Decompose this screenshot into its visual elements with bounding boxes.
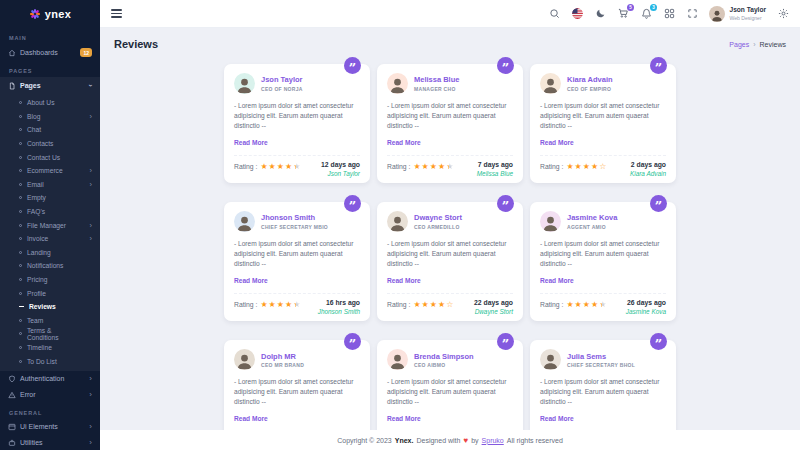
language-flag-icon[interactable] [571, 8, 583, 20]
reviewer-avatar [387, 211, 408, 232]
star-icon: ★ [413, 301, 420, 309]
notifications-bell-icon[interactable]: 3 [640, 8, 652, 20]
menu-toggle-icon[interactable] [111, 9, 122, 18]
read-more-link[interactable]: Read More [234, 415, 268, 422]
quote-icon: ” [344, 333, 361, 350]
rating-label: Rating : [540, 301, 563, 308]
sidebar-item-utilities[interactable]: Utilities › [0, 435, 100, 450]
file-icon [8, 82, 16, 90]
reviewer-role: CEO ARMEDILLO [414, 224, 462, 230]
review-time: 12 days ago [321, 161, 360, 168]
spruko-link[interactable]: Spruko [482, 437, 504, 444]
read-more-link[interactable]: Read More [540, 415, 574, 422]
star-icon: ★ [583, 301, 590, 309]
user-profile-menu[interactable]: Json Taylor Web Designer [709, 6, 766, 22]
page-footer: Copyright © 2023 Ynex. Designed with ♥ b… [100, 430, 800, 450]
sidebar-subitem[interactable]: Invoice › [0, 232, 100, 246]
sidebar-subitem[interactable]: File Manager › [0, 218, 100, 232]
star-icon: ★ [583, 163, 590, 171]
bullet-icon [19, 292, 22, 295]
chevron-right-icon: › [90, 112, 93, 121]
review-time: 7 days ago [477, 161, 513, 168]
sidebar-subitem[interactable]: Landing › [0, 246, 100, 260]
reviewer-avatar [234, 211, 255, 232]
review-signature: Kiara Advain [630, 170, 666, 177]
sidebar-subitem[interactable]: Blog › [0, 110, 100, 124]
sidebar-item-pages[interactable]: Pages › [0, 77, 100, 94]
sidebar-subitem[interactable]: Team › [0, 314, 100, 328]
sidebar-subitem-label: File Manager [27, 222, 66, 229]
review-card: ” Melissa Blue MANAGER CHO - Lorem ipsum… [377, 64, 523, 183]
main-content: Reviews Pages › Reviews ” Json Taylor [100, 28, 800, 450]
user-avatar [709, 6, 725, 22]
star-icon: ★ [277, 163, 284, 171]
sidebar-item-ui-elements[interactable]: Ui Elements › [0, 419, 100, 435]
read-more-link[interactable]: Read More [540, 139, 574, 146]
star-icon: ★ [591, 163, 598, 171]
sidebar-subitem[interactable]: FAQ's › [0, 205, 100, 219]
search-icon[interactable] [548, 8, 560, 20]
review-signature: Json Taylor [321, 170, 360, 177]
sidebar-subitem-label: Landing [27, 249, 51, 256]
user-name: Json Taylor [729, 6, 766, 14]
sidebar-subitem[interactable]: Pricing › [0, 273, 100, 287]
bullet-icon [19, 237, 22, 240]
reviewer-role: CEO OF NORJA [261, 86, 303, 92]
star-icon: ★ [413, 163, 420, 171]
sidebar-subitem[interactable]: Email › [0, 178, 100, 192]
brand-logo[interactable]: ynex [0, 0, 100, 28]
footer-designed-with: Designed with [416, 437, 460, 444]
dashboards-count-badge: 12 [80, 48, 92, 57]
sidebar-item-error[interactable]: Error › [0, 387, 100, 403]
sidebar-item-authentication[interactable]: Authentication › [0, 371, 100, 387]
star-rating: ★★★★★ [566, 301, 606, 309]
sidebar-subitem[interactable]: Contacts › [0, 137, 100, 151]
bullet-icon [19, 251, 22, 254]
layout-icon [8, 423, 16, 431]
read-more-link[interactable]: Read More [387, 415, 421, 422]
sidebar-subitem[interactable]: Timeline › [0, 341, 100, 355]
rating-label: Rating : [387, 163, 410, 170]
star-icon: ★ [260, 163, 267, 171]
sidebar: ynex MAIN Dashboards 12 PAGES Pages › Ab… [0, 0, 100, 450]
star-rating: ★★★★★ [260, 301, 300, 309]
read-more-link[interactable]: Read More [234, 139, 268, 146]
review-time: 26 days ago [626, 299, 666, 306]
review-signature: Jhonson Smith [318, 308, 360, 315]
review-text: - Lorem ipsum dolor sit amet consectetur… [234, 239, 360, 269]
read-more-link[interactable]: Read More [540, 277, 574, 284]
sidebar-subitem[interactable]: To Do List › [0, 354, 100, 368]
breadcrumb-pages-link[interactable]: Pages [729, 41, 749, 48]
sidebar-subitem[interactable]: Ecommerce › [0, 164, 100, 178]
star-icon: ★ [430, 163, 437, 171]
sidebar-subitem[interactable]: Profile › [0, 286, 100, 300]
bullet-icon [19, 169, 22, 172]
read-more-link[interactable]: Read More [387, 139, 421, 146]
sidebar-subitem[interactable]: Terms & Conditions › [0, 327, 100, 341]
rating-label: Rating : [234, 163, 257, 170]
review-card: ” Dwayne Stort CEO ARMEDILLO - Lorem ips… [377, 202, 523, 321]
top-header: 5 3 Json Taylor Web Designer [100, 0, 800, 28]
sidebar-subitem[interactable]: About Us › [0, 96, 100, 110]
chevron-right-icon: › [89, 375, 92, 383]
fullscreen-icon[interactable] [686, 8, 698, 20]
chevron-right-icon: › [90, 166, 93, 175]
reviewer-name: Jhonson Smith [261, 213, 328, 222]
sidebar-subitem-label: About Us [27, 99, 55, 106]
cart-icon[interactable]: 5 [617, 8, 629, 20]
read-more-link[interactable]: Read More [387, 277, 421, 284]
reviewer-name: Kiara Advain [567, 75, 613, 84]
sidebar-subitem[interactable]: Chat › [0, 123, 100, 137]
settings-gear-icon[interactable] [777, 8, 789, 20]
review-time: 2 days ago [630, 161, 666, 168]
sidebar-subitem[interactable]: Empty › [0, 191, 100, 205]
sidebar-subitem[interactable]: Contact Us › [0, 150, 100, 164]
sidebar-item-dashboards[interactable]: Dashboards 12 [0, 44, 100, 61]
read-more-link[interactable]: Read More [234, 277, 268, 284]
reviewer-avatar [387, 73, 408, 94]
apps-grid-icon[interactable] [663, 8, 675, 20]
sidebar-subitem[interactable]: Reviews › [0, 300, 100, 314]
dark-mode-moon-icon[interactable] [594, 8, 606, 20]
footer-by: by [471, 437, 478, 444]
sidebar-subitem[interactable]: Notifications › [0, 259, 100, 273]
